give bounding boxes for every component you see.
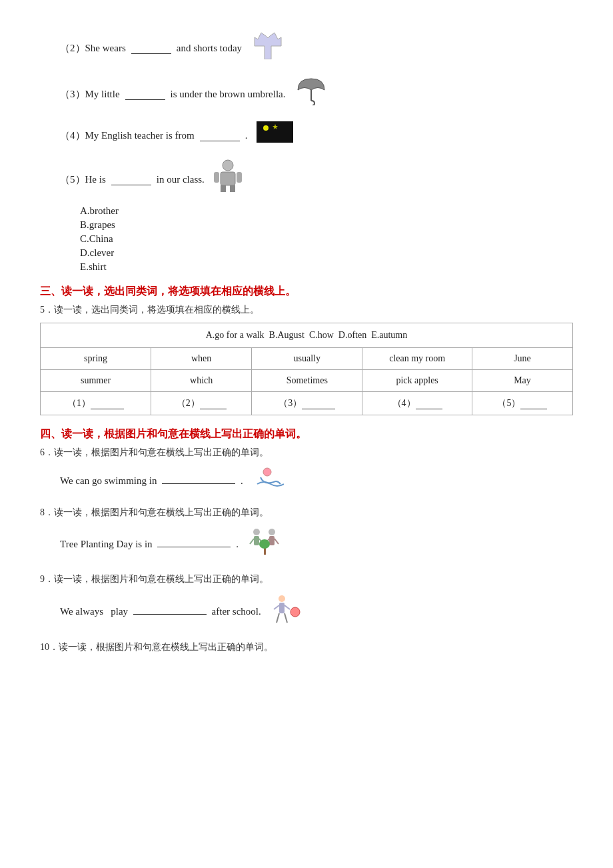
sentence-2: （2）She wears and shorts today [60, 29, 573, 66]
sentence-4-label: （4）My English teacher is from [60, 125, 195, 145]
flag-icon [257, 121, 293, 149]
sentence-3-label: （3）My little [60, 84, 120, 104]
sentence-3-after: is under the brown umbrella. [171, 84, 286, 104]
svg-rect-17 [269, 536, 275, 545]
item6-period: . [241, 475, 243, 486]
umbrella-icon [295, 75, 328, 112]
col4-row2: pick apples [362, 370, 472, 392]
svg-point-3 [263, 125, 269, 131]
sentence-5-label: （5）He is [60, 169, 106, 189]
choice-a: A.brother [80, 205, 573, 217]
svg-line-14 [250, 539, 254, 544]
svg-point-16 [269, 529, 275, 535]
svg-point-11 [263, 468, 271, 476]
svg-rect-7 [221, 185, 226, 192]
svg-rect-9 [214, 172, 219, 183]
svg-rect-10 [237, 172, 242, 183]
col4-blank[interactable]: （4） [362, 392, 472, 415]
svg-line-25 [285, 605, 290, 609]
item6-text-before: We can go swimming in [60, 475, 157, 486]
sentence-5-blank[interactable] [111, 173, 151, 185]
svg-rect-6 [221, 172, 235, 185]
col2-row2: which [151, 370, 252, 392]
col3-row1: usually [252, 348, 362, 370]
item6-sub: 6．读一读，根据图片和句意在横线上写出正确的单词。 [40, 447, 573, 459]
item8-sub: 8．读一读，根据图片和句意在横线上写出正确的单词。 [40, 507, 573, 519]
shirt-icon [251, 29, 285, 66]
sentence-4: （4）My English teacher is from . [60, 121, 573, 149]
sentence-3: （3）My little is under the brown umbrella… [60, 75, 573, 112]
svg-line-24 [274, 605, 279, 609]
col5-row2: May [472, 370, 572, 392]
person-icon [214, 159, 242, 200]
col5-row1: June [472, 348, 572, 370]
col1-blank[interactable]: （1） [41, 392, 151, 415]
sentence-4-blank[interactable] [200, 129, 240, 141]
col1-row1: spring [41, 348, 151, 370]
svg-line-27 [285, 613, 287, 623]
item8-blank[interactable] [157, 535, 231, 547]
choice-c: C.China [80, 233, 573, 245]
table-header-row: A.go for a walk B.August C.how D.often E… [41, 323, 573, 348]
svg-rect-23 [279, 603, 285, 613]
svg-rect-8 [230, 185, 235, 192]
svg-point-12 [253, 529, 260, 535]
item8-period: . [236, 539, 239, 549]
choice-b: B.grapes [80, 219, 573, 231]
vocab-table: A.go for a walk B.August C.how D.often E… [40, 323, 573, 415]
svg-point-22 [279, 595, 285, 602]
swim-icon [251, 465, 284, 499]
choice-e: E.shirt [80, 261, 573, 273]
svg-line-19 [275, 539, 279, 544]
section3-sub: 5．读一读，选出同类词，将选项填在相应的横线上。 [40, 304, 573, 316]
svg-point-21 [259, 539, 270, 549]
table-row-1: spring when usually clean my room June [41, 348, 573, 370]
svg-rect-2 [257, 121, 293, 143]
svg-marker-0 [255, 33, 281, 59]
sentence-5: （5）He is in our class. [60, 159, 573, 200]
section3-header: 三、读一读，选出同类词，将选项填在相应的横线上。 [40, 285, 573, 299]
tree-icon [247, 525, 283, 565]
sentence-2-label: （2）She wears [60, 38, 126, 58]
sentence-4-period: . [245, 125, 248, 145]
col3-blank[interactable]: （3） [252, 392, 362, 415]
sentence-3-blank[interactable] [125, 88, 165, 100]
item6-blank[interactable] [162, 472, 235, 484]
svg-point-5 [223, 160, 233, 171]
col2-row1: when [151, 348, 252, 370]
col1-row2: summer [41, 370, 151, 392]
item9-after: after school. [212, 606, 261, 617]
col3-row2: Sometimes [252, 370, 362, 392]
col2-blank[interactable]: （2） [151, 392, 252, 415]
item9-sentence: We always play after school. [60, 592, 573, 633]
item6-sentence: We can go swimming in . [60, 465, 573, 499]
choice-d: D.clever [80, 247, 573, 259]
item9-text-before: We always play [60, 606, 128, 617]
col4-row1: clean my room [362, 348, 472, 370]
svg-point-28 [291, 607, 300, 617]
sentence-2-blank[interactable] [131, 42, 171, 54]
col5-blank[interactable]: （5） [472, 392, 572, 415]
item9-sub: 9．读一读，根据图片和句意在横线上写出正确的单词。 [40, 573, 573, 585]
play-icon [269, 592, 305, 633]
item8-sentence: Tree Planting Day is in . [60, 525, 573, 565]
item9-blank[interactable] [133, 603, 207, 615]
svg-rect-13 [254, 536, 259, 545]
sentence-5-after: in our class. [157, 169, 205, 189]
table-header-text: A.go for a walk B.August C.how D.often E… [41, 323, 573, 348]
sentence-2-after: and shorts today [177, 38, 242, 58]
section4-header: 四、读一读，根据图片和句意在横线上写出正确的单词。 [40, 427, 573, 441]
table-row-3: （1） （2） （3） （4） （5） [41, 392, 573, 415]
item10-sub: 10．读一读，根据图片和句意在横线上写出正确的单词。 [40, 641, 573, 653]
item8-text-before: Tree Planting Day is in [60, 539, 153, 549]
svg-line-26 [277, 613, 279, 623]
choice-list: A.brother B.grapes C.China D.clever E.sh… [80, 205, 573, 273]
table-row-2: summer which Sometimes pick apples May [41, 370, 573, 392]
